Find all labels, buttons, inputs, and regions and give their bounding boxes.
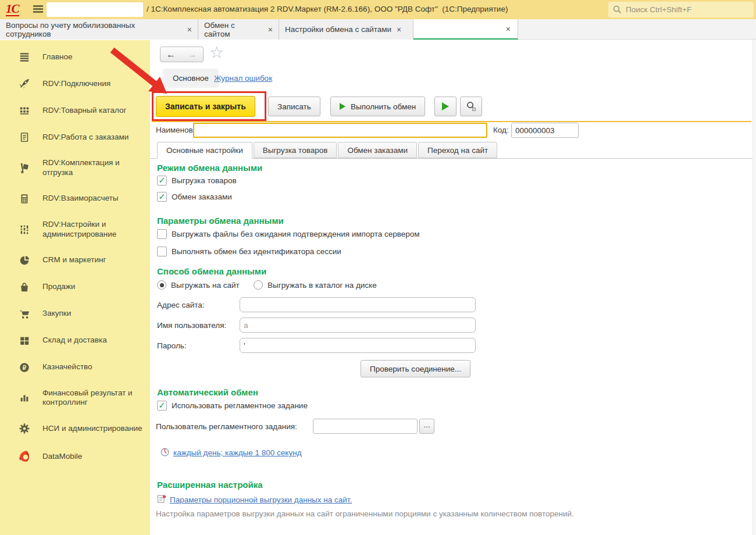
- name-input[interactable]: [193, 123, 487, 138]
- window-tab-bar: Вопросы по учету мобилизованных сотрудни…: [0, 19, 756, 40]
- play-button[interactable]: [434, 97, 457, 116]
- sliders-icon: [17, 224, 31, 236]
- username-input[interactable]: [240, 318, 476, 333]
- calculator-icon: [17, 193, 31, 205]
- sidebar-item-label: Финансовый результат и контроллинг: [42, 388, 144, 408]
- scheduled-job-user-input[interactable]: [313, 419, 418, 434]
- main-menu-icon[interactable]: [33, 5, 43, 13]
- checkbox-upload-without-confirm[interactable]: Выгружать файлы без ожидания подтвержден…: [157, 229, 420, 239]
- search-placeholder: Поиск Ctrl+Shift+F: [626, 5, 691, 14]
- sidebar-item-rdv-admin[interactable]: RDV:Настройки и администрирование: [0, 212, 150, 247]
- sidebar-item-nsi-admin[interactable]: НСИ и администрирование: [0, 415, 150, 442]
- bar-chart-icon: [17, 392, 31, 404]
- run-exchange-button[interactable]: Выполнить обмен: [330, 97, 425, 116]
- cart-icon: [17, 308, 31, 320]
- svg-text:₽: ₽: [23, 364, 27, 370]
- sidebar-item-datamobile[interactable]: DataMobile: [0, 442, 150, 471]
- sidebar-item-crm[interactable]: CRM и маркетинг: [0, 247, 150, 274]
- checkbox-label: Использовать регламентное задание: [172, 401, 308, 410]
- catalog-grid-icon: [17, 105, 31, 116]
- close-tab-icon[interactable]: ×: [506, 24, 511, 34]
- check-connection-button[interactable]: Проверить соединение...: [361, 360, 470, 377]
- checkbox-box: [157, 229, 167, 239]
- preview-loupe-button[interactable]: [460, 97, 482, 116]
- sidebar-item-finance[interactable]: Финансовый результат и контроллинг: [0, 381, 150, 416]
- close-tab-icon[interactable]: ×: [397, 25, 401, 34]
- sidebar-item-warehouse[interactable]: Склад и доставка: [0, 327, 150, 354]
- sidebar-item-main[interactable]: Главное: [0, 44, 150, 70]
- nav-forward-button[interactable]: →: [181, 47, 204, 62]
- nav-back-button[interactable]: ←: [160, 47, 182, 62]
- sidebar-item-rdv-orders[interactable]: RDV:Работа с заказами: [0, 124, 150, 151]
- tab-main-settings[interactable]: Основные настройки: [157, 142, 252, 159]
- checkbox-use-scheduled-job[interactable]: ✓ Использовать регламентное задание: [157, 401, 308, 411]
- sidebar-item-purchases[interactable]: Закупки: [0, 301, 150, 327]
- tab-goto-site[interactable]: Переход на сайт: [418, 142, 497, 158]
- warehouse-grid-icon: [17, 335, 31, 347]
- sidebar-item-treasury[interactable]: ₽ Казначейство: [0, 354, 150, 381]
- tab-label: Настройки обмена с сайтами: [285, 25, 391, 34]
- menu-lines-icon: [17, 51, 31, 63]
- check-icon: ✓: [158, 176, 166, 184]
- tab-orders-exchange[interactable]: Обмен заказами: [338, 142, 417, 158]
- sidebar-item-label: RDV:Настройки и администрирование: [42, 220, 144, 240]
- sidebar-item-label: Главное: [42, 52, 73, 62]
- sidebar-item-label: DataMobile: [42, 452, 82, 462]
- sidebar-item-rdv-shipping[interactable]: RDV:Комплектация и отгрузка: [0, 151, 150, 186]
- radio-label: Выгружать в каталог на диске: [268, 281, 377, 290]
- rocket-icon: [17, 78, 31, 90]
- favorite-star-icon[interactable]: ☆: [209, 43, 224, 62]
- choose-user-button[interactable]: ...: [419, 419, 434, 434]
- sidebar-item-rdv-connections[interactable]: RDV:Подключения: [0, 70, 150, 97]
- check-connection-label: Проверить соединение...: [370, 365, 461, 373]
- schedule-link[interactable]: каждый день; каждые 1 800 секунд: [173, 448, 302, 457]
- tab-site-exchange[interactable]: Обмен с сайтом ×: [198, 19, 279, 40]
- checkbox-no-session-id[interactable]: Выполнять обмен без идентификатора сесси…: [157, 247, 341, 256]
- close-tab-icon[interactable]: ×: [187, 25, 192, 34]
- checkbox-goods-upload[interactable]: ✓ Выгрузка товаров: [157, 176, 237, 186]
- sidebar-item-rdv-catalog[interactable]: RDV:Товарный каталог: [0, 97, 150, 124]
- tab-mobilized-employees[interactable]: Вопросы по учету мобилизованных сотрудни…: [0, 19, 198, 40]
- sidebar-item-label: Продажи: [42, 282, 75, 292]
- site-address-input[interactable]: [240, 297, 476, 312]
- global-search-input[interactable]: Поиск Ctrl+Shift+F: [608, 2, 754, 17]
- radio-upload-to-site[interactable]: Выгружать на сайт: [157, 280, 240, 290]
- vertical-scrollbar[interactable]: [753, 40, 756, 535]
- back-arrow-icon: ←: [166, 49, 176, 60]
- shopping-bag-icon: [17, 281, 31, 293]
- tab-exchange-settings[interactable]: Настройки обмена с сайтами ×: [279, 19, 413, 40]
- sidebar-item-label: RDV:Подключения: [42, 79, 110, 89]
- save-and-close-button[interactable]: Записать и закрыть: [156, 96, 255, 117]
- sidebar-item-label: Закупки: [42, 309, 71, 319]
- datamobile-logo-icon: [17, 450, 31, 463]
- checkbox-label: Выгрузка товаров: [172, 176, 237, 185]
- sidebar-item-rdv-settlements[interactable]: RDV:Взаиморасчеты: [0, 186, 150, 212]
- search-icon: [613, 5, 622, 14]
- sidebar-item-label: Склад и доставка: [42, 336, 107, 345]
- save-button[interactable]: Записать: [268, 97, 320, 116]
- tab-label: Вопросы по учету мобилизованных сотрудни…: [6, 21, 182, 38]
- checkbox-box: ✓: [157, 192, 167, 202]
- play-icon: [340, 103, 345, 110]
- play-icon: [442, 102, 449, 110]
- radio-upload-to-disk[interactable]: Выгружать в каталог на диске: [254, 280, 377, 290]
- code-input[interactable]: [511, 123, 579, 138]
- checkbox-orders-exchange[interactable]: ✓ Обмен заказами: [157, 192, 232, 202]
- tab-goods-upload[interactable]: Выгрузка товаров: [254, 142, 337, 158]
- section-exchange-params-title: Параметры обмена данными: [157, 216, 284, 226]
- tab-current-blank[interactable]: ×: [413, 19, 518, 40]
- sidebar-item-label: RDV:Товарный каталог: [42, 106, 126, 116]
- save-and-close-label: Записать и закрыть: [165, 102, 246, 111]
- form-nav-main-tab[interactable]: Основное: [163, 69, 219, 88]
- radio-circle: [254, 280, 263, 290]
- section-exchange-mode-title: Режим обмена данными: [157, 163, 262, 173]
- password-input[interactable]: [240, 338, 476, 353]
- checkbox-box: ✓: [157, 401, 167, 411]
- schedule-clock-icon: [161, 448, 169, 458]
- portion-upload-link[interactable]: Параметры порционной выгрузки данных на …: [170, 495, 352, 504]
- section-sidebar: Главное RDV:Подключения RDV:Товарный кат…: [0, 40, 150, 535]
- scheduled-job-user-label: Пользователь регламентного задания:: [156, 422, 297, 431]
- close-tab-icon[interactable]: ×: [268, 25, 273, 34]
- error-log-link[interactable]: Журнал ошибок: [214, 74, 272, 83]
- sidebar-item-sales[interactable]: Продажи: [0, 274, 150, 301]
